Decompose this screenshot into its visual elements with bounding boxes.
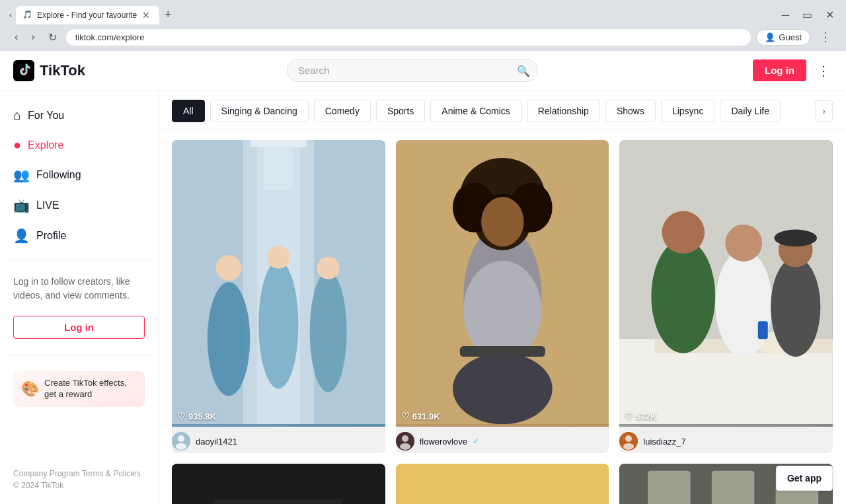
tab-title: Explore - Find your favourite — [37, 11, 137, 20]
get-app-btn[interactable]: Get app — [776, 466, 833, 491]
sidebar-footer: Company Program Terms & Policies © 2024 … — [5, 464, 153, 495]
video-likes-1: ♡ 935.8K — [177, 411, 216, 421]
author-name-1: daoyil1421 — [196, 437, 237, 447]
svg-rect-42 — [172, 464, 385, 504]
sidebar-item-for-you[interactable]: ⌂ For You — [5, 101, 153, 129]
promo-banner[interactable]: 🎨 Create TikTok effects, get a reward — [13, 371, 145, 407]
guest-icon: 👤 — [765, 32, 775, 42]
video-card-3[interactable]: ♡ 572K luisdiazz_7 — [619, 140, 833, 453]
search-input[interactable] — [287, 59, 538, 82]
avatar-1 — [172, 432, 190, 450]
sidebar-label-live: LIVE — [36, 199, 59, 211]
sidebar-login-btn[interactable]: Log in — [13, 316, 145, 339]
close-btn[interactable]: ✕ — [822, 7, 838, 22]
profile-icon: 👤 — [13, 228, 30, 244]
live-icon: 📺 — [13, 198, 30, 213]
svg-rect-10 — [264, 147, 293, 190]
search-btn[interactable]: 🔍 — [517, 64, 530, 77]
svg-point-40 — [625, 435, 632, 442]
sidebar-item-live[interactable]: 📺 LIVE — [5, 191, 153, 220]
author-name-3: luisdiazz_7 — [643, 437, 685, 447]
svg-point-21 — [463, 261, 541, 361]
category-all[interactable]: All — [172, 100, 205, 122]
thumb-image-1 — [172, 140, 385, 424]
tab-prev-btn[interactable]: ‹ — [5, 7, 16, 22]
back-btn[interactable]: ‹ — [11, 28, 22, 46]
category-relationship[interactable]: Relationship — [527, 100, 600, 122]
category-next-btn[interactable]: › — [815, 100, 833, 122]
address-bar[interactable] — [66, 29, 751, 46]
svg-point-34 — [726, 225, 763, 262]
video-likes-2: ♡ 631.9K — [401, 411, 440, 421]
svg-point-13 — [176, 443, 186, 450]
video-card-4[interactable] — [172, 464, 385, 504]
sidebar-label-explore: Explore — [28, 139, 63, 151]
footer-copyright: © 2024 TikTok — [13, 481, 145, 490]
tab-favicon: 🎵 — [22, 10, 33, 20]
thumb-image-3 — [619, 140, 833, 424]
author-name-2: flowerovlove — [420, 437, 467, 447]
search-bar: 🔍 — [287, 59, 538, 82]
sidebar-label-for-you: For You — [28, 110, 64, 122]
explore-icon: ● — [13, 137, 21, 153]
video-author-3: luisdiazz_7 — [619, 427, 833, 453]
promo-icon: 🎨 — [21, 380, 39, 398]
sidebar-divider — [5, 260, 153, 260]
category-lipsync[interactable]: Lipsync — [661, 100, 714, 122]
category-daily-life[interactable]: Daily Life — [720, 100, 781, 122]
svg-rect-9 — [250, 140, 307, 147]
svg-point-6 — [267, 246, 289, 268]
forward-btn[interactable]: › — [27, 28, 38, 46]
promo-text: Create TikTok effects, get a reward — [44, 378, 137, 400]
sidebar-item-explore[interactable]: ● Explore — [5, 131, 153, 159]
browser-menu-btn[interactable]: ⋮ — [816, 27, 835, 47]
home-icon: ⌂ — [13, 108, 21, 123]
svg-rect-43 — [215, 499, 343, 504]
minimize-btn[interactable]: ─ — [778, 7, 793, 22]
main-layout: ⌂ For You ● Explore 👥 Following 📺 LIVE 👤… — [0, 90, 846, 504]
tiktok-logo-icon — [13, 60, 34, 81]
svg-point-35 — [771, 257, 820, 357]
sidebar-item-profile[interactable]: 👤 Profile — [5, 221, 153, 250]
avatar-3 — [619, 432, 638, 450]
video-author-1: daoyil1421 — [172, 427, 385, 453]
verified-badge-2: ✓ — [473, 437, 479, 446]
video-card-2[interactable]: ♡ 631.9K flowerovlove ✓ — [396, 140, 609, 453]
thumb-image-5 — [396, 464, 609, 504]
login-btn[interactable]: Log in — [753, 59, 806, 81]
svg-point-23 — [453, 353, 553, 425]
reload-btn[interactable]: ↻ — [44, 28, 61, 46]
svg-rect-38 — [758, 321, 768, 339]
svg-point-33 — [716, 250, 773, 357]
sidebar-item-following[interactable]: 👥 Following — [5, 161, 153, 190]
category-anime-comics[interactable]: Anime & Comics — [430, 100, 521, 122]
footer-links: Company Program Terms & Policies — [13, 469, 145, 478]
svg-point-25 — [402, 435, 408, 442]
header-right: Log in ⋮ — [753, 59, 833, 81]
svg-point-32 — [662, 211, 705, 254]
svg-point-37 — [775, 230, 818, 247]
video-card-5[interactable] — [396, 464, 609, 504]
svg-point-5 — [258, 261, 298, 389]
svg-point-12 — [178, 435, 184, 442]
tab-close-btn[interactable]: ✕ — [141, 10, 151, 20]
svg-point-8 — [317, 256, 339, 279]
logo-link[interactable]: TikTok — [13, 60, 85, 81]
logo-text: TikTok — [40, 62, 85, 79]
video-card-1[interactable]: ♡ 935.8K daoyil1421 — [172, 140, 385, 453]
sidebar-divider-2 — [5, 355, 153, 355]
maximize-btn[interactable]: ▭ — [798, 7, 816, 22]
category-shows[interactable]: Shows — [605, 100, 656, 122]
svg-point-41 — [623, 443, 634, 450]
category-comedy[interactable]: Comedy — [314, 100, 371, 122]
new-tab-btn[interactable]: + — [159, 5, 177, 24]
guest-btn[interactable]: 👤 Guest — [756, 29, 810, 46]
video-author-2: flowerovlove ✓ — [396, 427, 609, 453]
category-sports[interactable]: Sports — [376, 100, 425, 122]
header-more-btn[interactable]: ⋮ — [814, 60, 833, 81]
category-singing-dancing[interactable]: Singing & Dancing — [210, 100, 309, 122]
svg-rect-48 — [396, 464, 609, 504]
svg-point-26 — [400, 443, 410, 450]
svg-rect-63 — [712, 471, 755, 504]
sidebar-label-following: Following — [36, 169, 81, 181]
